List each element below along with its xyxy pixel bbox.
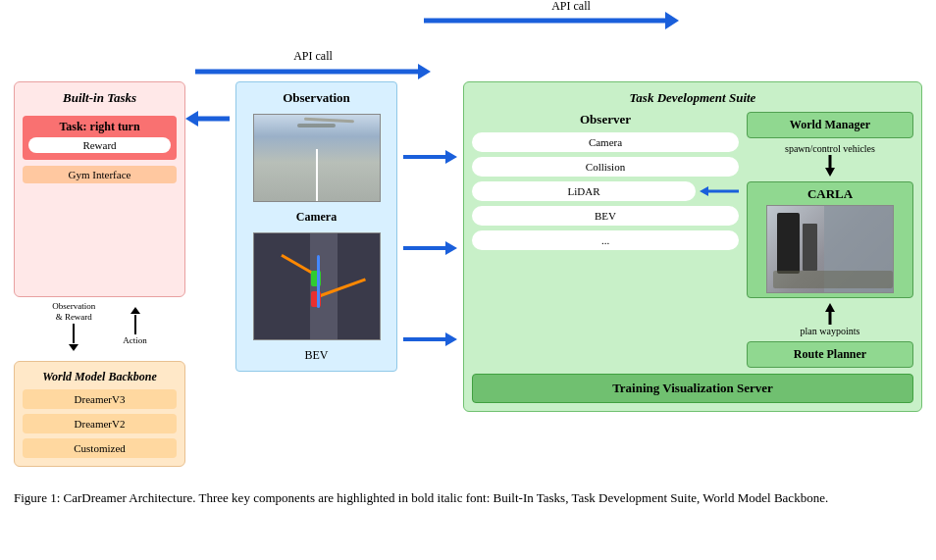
task-dev-title: Task Development Suite	[472, 90, 913, 106]
spawn-label: spawn/control vehicles	[785, 143, 875, 154]
task-dev-suite: Task Development Suite Observer Camera C…	[463, 81, 922, 412]
spawn-down-arrow	[823, 155, 837, 177]
road-image	[253, 114, 381, 202]
world-manager-box: World Manager	[747, 112, 913, 138]
observer-col: Observer Camera Collision LiDAR BEV	[472, 112, 739, 368]
action-label: Action	[123, 335, 147, 345]
dreamerv3-pill: DreamerV3	[23, 389, 177, 409]
task-box: Task: right turn Reward	[23, 116, 177, 160]
left-middle-connector	[185, 81, 230, 127]
collision-pill: Collision	[472, 157, 739, 177]
plan-label: plan waypoints	[801, 326, 860, 336]
task-label: Task: right turn	[28, 120, 171, 134]
spawn-arrow-group: spawn/control vehicles	[785, 143, 875, 177]
lidar-row: LiDAR	[472, 181, 739, 201]
obs-action-arrows: Observation& Reward Action	[14, 297, 185, 355]
wm-col: World Manager spawn/control vehicles CAR…	[747, 112, 913, 368]
gym-interface: Gym Interface	[23, 166, 177, 183]
bev-label: BEV	[305, 348, 329, 363]
camera-to-observer-arrow	[403, 241, 457, 255]
caption: Figure 1: CarDreamer Architecture. Three…	[10, 481, 926, 508]
bev-line-blue	[317, 255, 320, 308]
main-row: Built-in Tasks Task: right turn Reward G…	[14, 81, 922, 467]
carla-image	[766, 205, 894, 293]
bev-image	[253, 232, 381, 340]
obs-down-line	[73, 324, 75, 343]
api-label-text: API call	[293, 49, 333, 64]
route-planner-box: Route Planner	[747, 341, 913, 368]
carla-lidar-arrow	[700, 185, 739, 197]
camera-pill: Camera	[472, 132, 739, 152]
obs-reward-label: Observation& Reward	[52, 301, 95, 323]
observation-label: Observation	[283, 90, 350, 106]
customized-pill: Customized	[23, 438, 177, 458]
api-call-label: API call	[551, 0, 591, 14]
obs-down-arrow	[69, 344, 78, 351]
action-up-arrow	[130, 307, 140, 314]
api-call-row: API call	[10, 10, 926, 35]
observer-title: Observer	[580, 112, 631, 127]
obs-to-observer-arrow	[403, 150, 457, 164]
carla-title: CARLA	[807, 186, 853, 202]
lidar-pill: LiDAR	[472, 181, 696, 201]
task-dev-inner: Observer Camera Collision LiDAR BEV	[472, 112, 913, 368]
dreamerv2-pill: DreamerV2	[23, 414, 177, 433]
bev-pill: BEV	[472, 206, 739, 226]
middle-right-connectors	[403, 81, 457, 444]
training-vis-box: Training Visualization Server	[472, 374, 913, 403]
action-up-line	[134, 315, 136, 334]
world-model-title: World Model Backbone	[42, 370, 156, 384]
bev-road	[310, 233, 338, 339]
carla-box: CARLA	[747, 181, 913, 298]
api-arrow	[424, 12, 679, 29]
diagram-container: API call API call Built-in Tasks Task: r…	[10, 10, 926, 507]
world-model-box: World Model Backbone DreamerV3 DreamerV2…	[14, 361, 185, 467]
builtin-tasks-title: Built-in Tasks	[63, 90, 136, 106]
camera-label: Camera	[296, 210, 337, 225]
left-column: Built-in Tasks Task: right turn Reward G…	[14, 81, 185, 467]
reward-pill: Reward	[28, 137, 171, 153]
middle-col: Observation Camera	[235, 81, 397, 372]
builtin-tasks-box: Built-in Tasks Task: right turn Reward G…	[14, 81, 185, 297]
plan-arrow-group: plan waypoints	[801, 303, 860, 336]
dots-pill: ...	[472, 230, 739, 250]
bev-to-training-arrow	[403, 332, 457, 346]
plan-up-arrow	[823, 303, 837, 325]
